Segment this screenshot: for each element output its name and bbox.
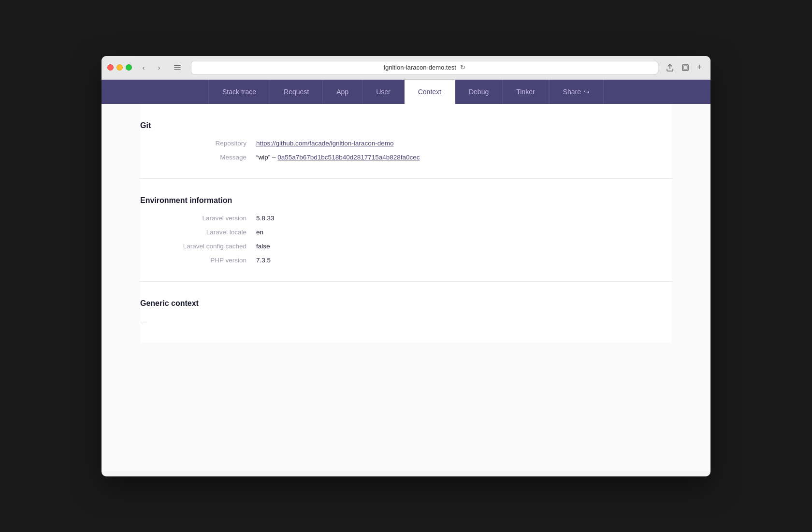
- tab-debug[interactable]: Debug: [455, 80, 503, 104]
- browser-content: Stack trace Request App User Context Deb…: [102, 80, 710, 471]
- laravel-version-label: Laravel version: [140, 215, 246, 222]
- git-section: Git Repository https://github.com/facade…: [140, 104, 672, 179]
- share-label: Share: [563, 88, 581, 96]
- repository-label: Repository: [140, 140, 246, 147]
- repository-link[interactable]: https://github.com/facade/ignition-larac…: [256, 140, 393, 147]
- svg-rect-2: [174, 69, 181, 70]
- tab-stack-trace[interactable]: Stack trace: [208, 80, 270, 104]
- browser-window: ‹ › ignition-laracon-demo.test ↻: [102, 56, 710, 476]
- maximize-button[interactable]: [126, 64, 132, 71]
- add-tab-button[interactable]: +: [694, 62, 705, 73]
- nav-tabs: Stack trace Request App User Context Deb…: [208, 80, 604, 104]
- message-label: Message: [140, 154, 246, 161]
- content-area: Git Repository https://github.com/facade…: [102, 104, 710, 471]
- commit-link[interactable]: 0a55a7b67bd1bc518b40d2817715a4b828fa0cec: [277, 154, 420, 161]
- generic-context-section: Generic context —: [140, 282, 672, 343]
- back-button[interactable]: ‹: [137, 62, 150, 73]
- traffic-lights: [107, 64, 132, 71]
- forward-button[interactable]: ›: [152, 62, 166, 73]
- laravel-locale-value: en: [256, 229, 672, 236]
- minimize-button[interactable]: [116, 64, 123, 71]
- refresh-icon[interactable]: ↻: [460, 64, 465, 71]
- php-version-label: PHP version: [140, 257, 246, 264]
- share-button[interactable]: [663, 62, 677, 73]
- browser-chrome: ‹ › ignition-laracon-demo.test ↻: [102, 56, 710, 80]
- laravel-config-cached-value: false: [256, 243, 672, 250]
- message-prefix: “wip” –: [256, 154, 277, 161]
- generic-context-empty: —: [140, 317, 672, 325]
- laravel-locale-label: Laravel locale: [140, 229, 246, 236]
- nav-buttons: ‹ ›: [137, 62, 166, 73]
- laravel-config-cached-label: Laravel config cached: [140, 243, 246, 250]
- address-bar[interactable]: ignition-laracon-demo.test ↻: [191, 61, 658, 74]
- url-text: ignition-laracon-demo.test: [384, 64, 456, 71]
- environment-info-grid: Laravel version 5.8.33 Laravel locale en…: [140, 215, 672, 264]
- environment-section-title: Environment information: [140, 196, 672, 205]
- sidebar-toggle-button[interactable]: [171, 62, 184, 73]
- svg-rect-4: [683, 66, 687, 70]
- tab-app[interactable]: App: [323, 80, 362, 104]
- generic-context-title: Generic context: [140, 299, 672, 308]
- fullscreen-button[interactable]: [679, 62, 692, 73]
- share-arrow-icon: ↪: [584, 88, 590, 96]
- svg-rect-1: [174, 67, 181, 68]
- environment-section: Environment information Laravel version …: [140, 179, 672, 282]
- tab-tinker[interactable]: Tinker: [503, 80, 549, 104]
- laravel-version-value: 5.8.33: [256, 215, 672, 222]
- repository-value: https://github.com/facade/ignition-larac…: [256, 140, 672, 147]
- ignition-nav: Stack trace Request App User Context Deb…: [102, 80, 710, 104]
- close-button[interactable]: [107, 64, 114, 71]
- tab-user[interactable]: User: [362, 80, 405, 104]
- tab-share[interactable]: Share ↪: [549, 80, 604, 104]
- tab-request[interactable]: Request: [270, 80, 323, 104]
- browser-actions: +: [663, 62, 705, 73]
- tab-context[interactable]: Context: [405, 80, 455, 104]
- php-version-value: 7.3.5: [256, 257, 672, 264]
- git-info-grid: Repository https://github.com/facade/ign…: [140, 140, 672, 161]
- message-value: “wip” – 0a55a7b67bd1bc518b40d2817715a4b8…: [256, 154, 672, 161]
- svg-rect-0: [174, 65, 181, 66]
- git-section-title: Git: [140, 121, 672, 130]
